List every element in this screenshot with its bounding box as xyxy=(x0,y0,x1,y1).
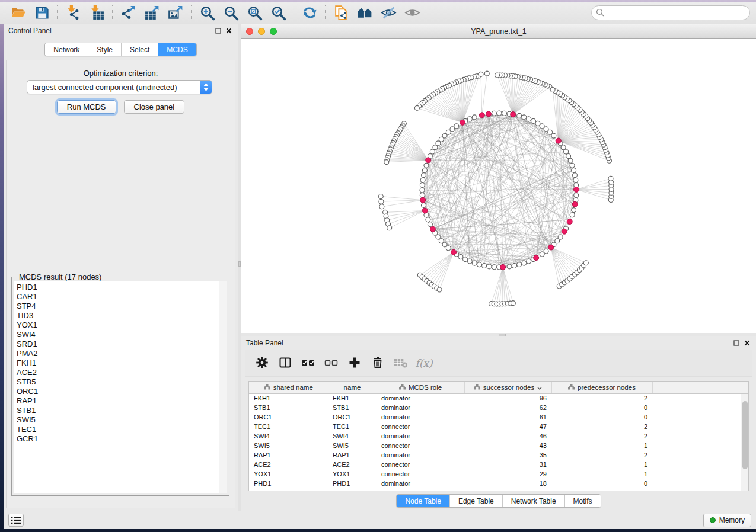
network-node[interactable] xyxy=(446,246,451,251)
network-node[interactable] xyxy=(439,137,444,142)
mcds-node[interactable] xyxy=(426,158,431,163)
network-node[interactable] xyxy=(379,204,384,209)
tab-node-table[interactable]: Node Table xyxy=(397,495,450,507)
table-row[interactable]: FKH1 FKH1 dominator 96 2 xyxy=(249,393,748,403)
network-node[interactable] xyxy=(540,252,544,257)
network-node[interactable] xyxy=(570,213,575,217)
table-options-gear-button[interactable] xyxy=(253,354,271,372)
scrollbar-thumb[interactable] xyxy=(742,401,748,469)
table-row[interactable]: YOX1 YOX1 connector 29 1 xyxy=(249,469,748,479)
mcds-node[interactable] xyxy=(430,226,435,232)
mcds-node[interactable] xyxy=(548,245,554,250)
mcds-result-item[interactable]: YOX1 xyxy=(17,321,217,330)
mcds-result-item[interactable]: STB5 xyxy=(17,377,217,387)
apply-layout-button[interactable] xyxy=(298,4,321,23)
network-node[interactable] xyxy=(572,168,576,172)
network-node[interactable] xyxy=(477,262,481,267)
network-node[interactable] xyxy=(436,141,441,146)
mcds-node[interactable] xyxy=(422,208,428,213)
table-row[interactable]: RAP1 RAP1 dominator 35 2 xyxy=(249,450,748,460)
result-list-scrollbar[interactable] xyxy=(219,281,227,493)
network-node[interactable] xyxy=(558,235,563,239)
network-node[interactable] xyxy=(420,193,425,198)
mcds-result-item[interactable]: SWI5 xyxy=(17,415,217,425)
network-node[interactable] xyxy=(492,111,497,116)
network-node[interactable] xyxy=(502,111,507,116)
mcds-node[interactable] xyxy=(534,255,539,261)
column-header-MCDS-role[interactable]: MCDS role xyxy=(377,382,464,393)
mcds-result-item[interactable]: PMA2 xyxy=(17,349,217,358)
tab-network-table[interactable]: Network Table xyxy=(503,495,565,507)
network-node[interactable] xyxy=(561,145,566,150)
mcds-result-item[interactable]: ORC1 xyxy=(17,387,217,396)
mcds-result-item[interactable]: CAR1 xyxy=(17,292,217,302)
zoom-in-button[interactable] xyxy=(195,4,219,23)
network-node[interactable] xyxy=(463,257,468,262)
mcds-result-item[interactable]: PHD1 xyxy=(17,283,217,292)
mcds-node[interactable] xyxy=(420,197,426,203)
import-table-button[interactable] xyxy=(85,4,109,23)
network-node[interactable] xyxy=(548,130,553,134)
export-table-button[interactable] xyxy=(140,4,164,23)
mcds-node[interactable] xyxy=(567,219,572,225)
network-node[interactable] xyxy=(384,160,389,165)
hide-selected-button[interactable] xyxy=(377,4,400,23)
show-all-button[interactable] xyxy=(400,4,424,23)
network-node[interactable] xyxy=(495,73,500,78)
mcds-node[interactable] xyxy=(572,201,578,207)
network-node[interactable] xyxy=(467,117,472,121)
network-node[interactable] xyxy=(482,264,487,268)
mcds-result-item[interactable]: FKH1 xyxy=(17,358,217,368)
network-node[interactable] xyxy=(422,173,426,178)
column-header-name[interactable]: name xyxy=(328,382,377,393)
network-node[interactable] xyxy=(573,173,578,178)
mcds-result-item[interactable]: SWI4 xyxy=(17,330,217,339)
close-panel-icon[interactable] xyxy=(225,27,233,35)
splitter-handle[interactable] xyxy=(238,261,241,267)
network-node[interactable] xyxy=(511,301,515,306)
zoom-selected-button[interactable] xyxy=(266,4,290,23)
open-file-button[interactable] xyxy=(6,4,30,23)
network-node[interactable] xyxy=(426,217,430,222)
select-all-rows-button[interactable] xyxy=(299,354,317,372)
network-node[interactable] xyxy=(467,259,472,264)
network-node[interactable] xyxy=(540,124,544,129)
network-node[interactable] xyxy=(570,163,575,168)
tab-motifs[interactable]: Motifs xyxy=(565,495,601,507)
table-row[interactable]: ACE2 ACE2 connector 31 1 xyxy=(249,460,748,469)
save-session-button[interactable] xyxy=(30,4,53,23)
network-node[interactable] xyxy=(472,115,477,120)
table-row[interactable]: STB1 STB1 dominator 62 0 xyxy=(249,403,748,412)
network-node[interactable] xyxy=(573,178,578,182)
network-node[interactable] xyxy=(414,105,419,110)
tab-edge-table[interactable]: Edge Table xyxy=(450,495,503,507)
table-row[interactable]: ORC1 ORC1 dominator 61 0 xyxy=(249,412,748,422)
clone-network-button[interactable] xyxy=(329,4,353,23)
mcds-result-list[interactable]: PHD1CAR1STP4TID3YOX1SWI4SRD1PMA2FKH1ACE2… xyxy=(14,281,227,493)
network-node[interactable] xyxy=(433,145,438,150)
network-node[interactable] xyxy=(497,111,502,116)
network-node[interactable] xyxy=(608,176,613,181)
table-row[interactable]: SWI4 SWI4 dominator 46 2 xyxy=(249,431,748,441)
close-panel-icon[interactable] xyxy=(743,339,751,347)
close-panel-button[interactable]: Close panel xyxy=(124,100,185,114)
table-scrollbar[interactable] xyxy=(741,394,748,491)
network-node[interactable] xyxy=(535,121,540,126)
mcds-result-item[interactable]: STP4 xyxy=(17,302,217,311)
network-node[interactable] xyxy=(428,222,432,227)
delete-column-button[interactable] xyxy=(369,354,387,372)
table-row[interactable]: PHD1 PHD1 dominator 18 0 xyxy=(249,479,748,488)
network-node[interactable] xyxy=(527,117,531,121)
network-node[interactable] xyxy=(422,203,426,207)
network-node[interactable] xyxy=(484,71,489,76)
mcds-result-item[interactable]: GCR1 xyxy=(17,434,217,444)
network-node[interactable] xyxy=(437,287,442,292)
network-node[interactable] xyxy=(531,118,536,123)
zoom-fit-button[interactable] xyxy=(243,4,266,23)
mcds-result-item[interactable]: TID3 xyxy=(17,311,217,321)
network-node[interactable] xyxy=(379,199,384,204)
network-node[interactable] xyxy=(422,168,427,172)
network-node[interactable] xyxy=(378,194,383,199)
network-node[interactable] xyxy=(522,115,527,120)
network-node[interactable] xyxy=(436,235,441,239)
